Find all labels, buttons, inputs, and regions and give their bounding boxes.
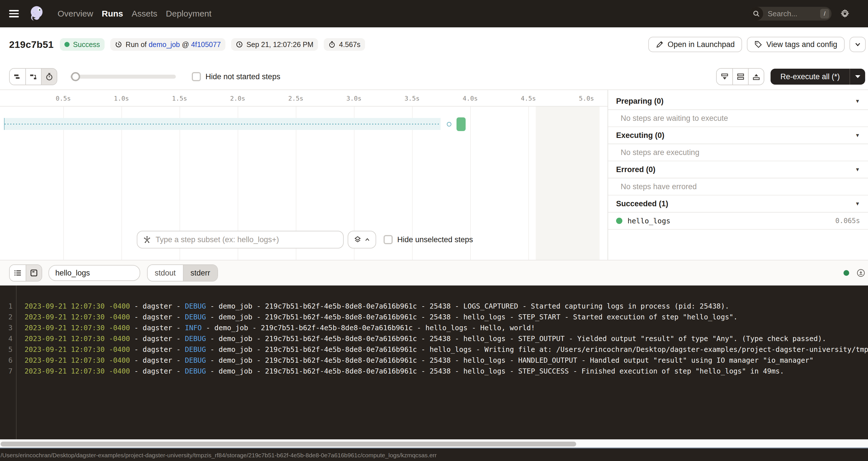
collapse-down-icon <box>720 72 729 81</box>
stdout-stderr-toggle: stdout stderr <box>147 265 218 281</box>
axis-tick-label: 2.5s <box>288 95 304 102</box>
expand-up-button[interactable] <box>748 69 764 85</box>
download-log-icon[interactable] <box>857 269 865 277</box>
panel-empty-message: No steps are executing <box>608 144 868 161</box>
search-icon <box>749 7 763 21</box>
section-collapse-caret[interactable]: ▼ <box>855 201 860 207</box>
open-in-launchpad-button[interactable]: Open in Launchpad <box>648 37 742 52</box>
timestamp-tag: Sep 21, 12:07:26 PM <box>231 38 318 51</box>
panel-section-header[interactable]: Executing (0)▼ <box>608 127 868 144</box>
view-flat-button[interactable] <box>10 69 25 85</box>
nav-item-assets[interactable]: Assets <box>132 9 157 19</box>
panel-section-header[interactable]: Preparing (0)▼ <box>608 93 868 110</box>
top-navigation-bar: OverviewRunsAssetsDeployment Search... / <box>0 0 868 27</box>
stopwatch-icon <box>328 41 336 48</box>
log-horizontal-scrollbar[interactable] <box>0 439 868 449</box>
hide-unselected-row: Hide unselected steps <box>383 235 473 244</box>
search-input[interactable]: Search... / <box>749 7 832 21</box>
hide-unselected-checkbox[interactable] <box>383 235 393 244</box>
tag-icon <box>754 40 762 49</box>
gantt-chart: 0.5s1.0s1.5s2.0s2.5s3.0s3.5s4.0s4.5s5.0s… <box>0 90 608 260</box>
clock-icon <box>236 41 243 48</box>
view-waterfall-button[interactable] <box>25 69 41 85</box>
view-timed-button[interactable] <box>41 69 57 85</box>
axis-tick-label: 3.5s <box>405 95 420 102</box>
settings-gear-icon[interactable] <box>840 9 850 19</box>
section-collapse-caret[interactable]: ▼ <box>855 132 860 139</box>
log-line: 22023-09-21 12:07:30 -0400 - dagster - D… <box>0 312 868 322</box>
step-subset-input[interactable]: Type a step subset (ex: hello_logs+) <box>137 231 344 248</box>
log-line: 32023-09-21 12:07:30 -0400 - dagster - I… <box>0 322 868 333</box>
nav-item-deployment[interactable]: Deployment <box>166 9 212 19</box>
hide-not-started-row: Hide not started steps <box>192 72 280 81</box>
run-header: 219c7b51 Success Run of demo_job @ 4f105… <box>0 27 868 62</box>
scrollbar-thumb[interactable] <box>1 442 576 447</box>
op-selector-icon <box>143 236 151 244</box>
hamburger-menu-icon[interactable] <box>9 8 19 19</box>
console-view-icon <box>30 269 38 277</box>
gantt-waiting-bar[interactable] <box>4 118 440 130</box>
step-subset-row: Type a step subset (ex: hello_logs+) Hid… <box>137 231 473 248</box>
axis-tick-label: 1.0s <box>114 95 129 102</box>
run-gantt-section: 0.5s1.0s1.5s2.0s2.5s3.0s3.5s4.0s4.5s5.0s… <box>0 89 868 260</box>
graph-query-toggle-button[interactable] <box>348 231 376 248</box>
run-of-tag: Run of demo_job @ 4f105077 <box>110 38 225 51</box>
axis-tick-label: 3.0s <box>346 95 362 102</box>
split-view-button[interactable] <box>732 69 748 85</box>
raw-log-output[interactable]: 12023-09-21 12:07:30 -0400 - dagster - D… <box>0 285 868 439</box>
log-line: 62023-09-21 12:07:30 -0400 - dagster - D… <box>0 355 868 366</box>
header-more-actions-button[interactable] <box>849 37 866 52</box>
axis-tick-label: 0.5s <box>56 95 71 102</box>
status-dot <box>64 42 69 47</box>
waterfall-view-icon <box>29 72 38 81</box>
gantt-step-marker[interactable] <box>447 122 452 126</box>
axis-tick-label: 1.5s <box>172 95 187 102</box>
log-line: 52023-09-21 12:07:30 -0400 - dagster - D… <box>0 344 868 355</box>
stdout-tab[interactable]: stdout <box>148 265 183 281</box>
stopwatch-view-icon <box>45 72 54 81</box>
status-badge: Success <box>60 38 104 51</box>
axis-tick-label: 4.5s <box>521 95 536 102</box>
commit-link[interactable]: 4f105077 <box>191 40 221 49</box>
section-collapse-caret[interactable]: ▼ <box>855 98 860 104</box>
log-step-filter-input[interactable]: hello_logs <box>49 265 140 281</box>
hide-not-started-checkbox[interactable] <box>192 72 201 81</box>
run-id-title: 219c7b51 <box>9 39 54 50</box>
collapse-down-button[interactable] <box>717 69 732 85</box>
nav-item-runs[interactable]: Runs <box>102 9 123 19</box>
panel-section-header[interactable]: Errored (0)▼ <box>608 161 868 178</box>
section-collapse-caret[interactable]: ▼ <box>855 167 860 173</box>
gantt-controls-row: Hide not started steps Re-execute all (*… <box>0 62 868 89</box>
gantt-time-axis: 0.5s1.0s1.5s2.0s2.5s3.0s3.5s4.0s4.5s5.0s <box>0 90 608 106</box>
search-shortcut-key: / <box>820 9 829 19</box>
gantt-step-bar-hello-logs[interactable] <box>457 117 466 131</box>
chevron-up-icon <box>365 237 370 243</box>
log-line: 42023-09-21 12:07:30 -0400 - dagster - D… <box>0 333 868 344</box>
axis-tick-label: 2.0s <box>230 95 245 102</box>
log-file-path: /Users/erincochran/Desktop/dagster-examp… <box>0 449 868 461</box>
log-live-indicator-dot <box>843 270 849 276</box>
gantt-zoom-slider[interactable] <box>70 69 176 85</box>
gantt-view-mode-group <box>9 68 57 85</box>
structured-log-view-button[interactable] <box>10 265 26 281</box>
stderr-tab[interactable]: stderr <box>183 265 217 281</box>
raw-log-view-button[interactable] <box>26 265 41 281</box>
duration-tag: 4.567s <box>324 38 365 51</box>
split-view-icon <box>736 72 745 81</box>
job-link[interactable]: demo_job <box>149 40 180 49</box>
log-line: 72023-09-21 12:07:30 -0400 - dagster - D… <box>0 366 868 377</box>
panel-step-row[interactable]: hello_logs0.065s <box>608 213 868 229</box>
step-success-dot <box>616 218 622 224</box>
chevron-down-icon <box>854 41 861 48</box>
log-line: 12023-09-21 12:07:30 -0400 - dagster - D… <box>0 301 868 312</box>
axis-tick-label: 4.0s <box>463 95 478 102</box>
reexecute-dropdown-caret[interactable] <box>849 69 865 85</box>
slider-knob[interactable] <box>71 72 80 81</box>
reexecute-all-button[interactable]: Re-execute all (*) <box>771 69 865 85</box>
panel-section-header[interactable]: Succeeded (1)▼ <box>608 195 868 213</box>
dagster-logo[interactable] <box>27 4 45 23</box>
search-placeholder: Search... <box>768 9 820 18</box>
panel-layout-group <box>716 68 764 85</box>
view-tags-config-button[interactable]: View tags and config <box>747 37 845 52</box>
nav-item-overview[interactable]: Overview <box>58 9 93 19</box>
